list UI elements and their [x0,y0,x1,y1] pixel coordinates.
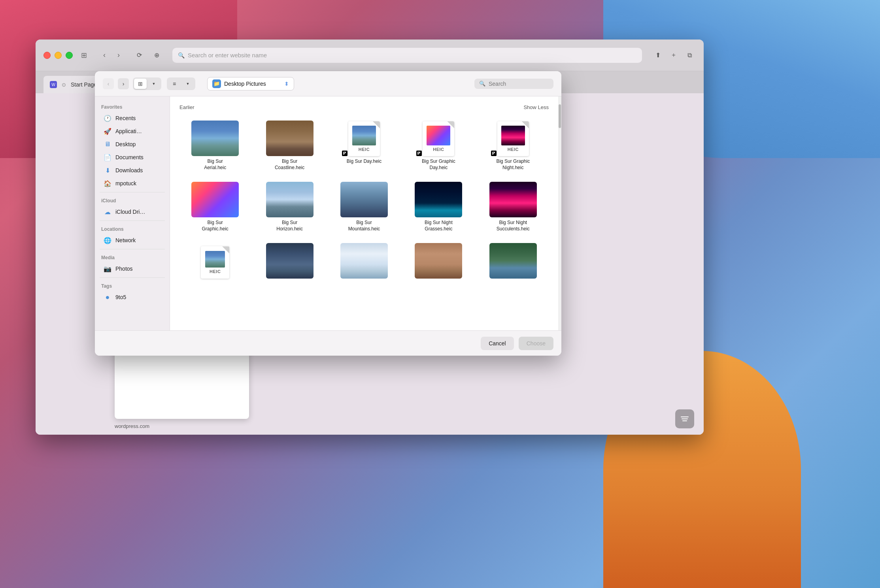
file-item-big-sur-mountains[interactable]: Big SurMountains.heic [329,178,400,236]
file-item-canyon[interactable] [403,239,474,285]
active-tab[interactable]: W ⊙ Start Page [43,76,103,93]
back-button[interactable]: ‹ [98,49,111,62]
file-item-heic-1[interactable]: HEIC [179,239,251,285]
favorites-label: Favorites [95,101,170,111]
view-buttons: ⊞ ▼ [133,77,161,90]
sidebar-divider-2 [100,220,165,221]
filter-button[interactable] [675,409,694,428]
address-search-icon: 🔍 [178,52,185,58]
icon-view-dropdown[interactable]: ▼ [147,79,160,89]
tabs-overview-button[interactable]: ⧉ [683,49,696,62]
file-name-graphic: Big SurGraphic.heic [202,220,228,232]
heic-preview-1 [205,251,225,268]
network-icon: 🌐 [104,236,111,244]
browser-toolbar-right: ⬆ ＋ ⧉ [652,49,696,62]
sidebar-item-network[interactable]: 🌐 Network [97,234,167,247]
file-item-big-sur-coastline[interactable]: Big SurCoastline.heic [254,117,325,175]
alias-badge-day [342,151,347,156]
file-item-mountains2[interactable] [254,239,325,285]
mpotuck-label: mpotuck [115,180,136,187]
sidebar-item-photos[interactable]: 📷 Photos [97,262,167,275]
file-name-coastline: Big SurCoastline.heic [275,158,304,171]
traffic-lights [43,52,73,59]
dialog-main-content: Earlier Show Less Big SurAerial.heic Big… [170,96,558,330]
minimize-button[interactable] [55,52,62,59]
choose-button[interactable]: Choose [519,337,553,350]
file-thumb-horizon [266,182,313,217]
dialog-forward-button[interactable]: › [118,78,129,89]
sidebar-item-recents[interactable]: 🕐 Recents [97,112,167,124]
files-grid: Big SurAerial.heic Big SurCoastline.heic… [179,117,549,285]
tab-label: Start Page [71,81,97,88]
maximize-button[interactable] [66,52,73,59]
heic-label-graphic-night: HEIC [508,147,519,152]
file-thumb-coastline [266,121,313,156]
forward-button[interactable]: › [112,49,125,62]
scroll-track[interactable] [558,96,561,330]
sidebar-item-documents[interactable]: 📄 Documents [97,151,167,164]
file-item-big-sur-graphic[interactable]: Big SurGraphic.heic [179,178,251,236]
reload-button[interactable]: ⟳ [133,49,145,62]
tag-9to5-label: 9to5 [115,294,126,300]
dialog-back-button[interactable]: ‹ [103,78,114,89]
filter-line-1 [681,416,689,417]
heic-paper-graphic-night: HEIC [497,121,529,156]
file-item-big-sur-aerial[interactable]: Big SurAerial.heic [179,117,251,175]
cancel-button[interactable]: Cancel [481,337,514,350]
file-thumb-canyon [415,243,462,279]
sidebar-divider-1 [100,192,165,192]
location-selector[interactable]: 📁 Desktop Pictures ⬍ [207,77,294,90]
heic-label-1: HEIC [210,269,221,274]
file-item-big-sur-graphic-day[interactable]: HEIC Big Sur GraphicDay.heic [403,117,474,175]
folder-glyph: 📁 [213,81,220,87]
file-item-big-sur-graphic-night[interactable]: HEIC Big Sur GraphicNight.heic [478,117,549,175]
close-button[interactable] [43,52,51,59]
wordpress-icon: W [51,83,55,87]
sidebar-item-icloud-drive[interactable]: ☁ iCloud Dri… [97,205,167,218]
downloads-icon: ⬇ [104,166,111,174]
address-text: Search or enter website name [188,52,267,58]
file-item-big-sur-horizon[interactable]: Big SurHorizon.heic [254,178,325,236]
sidebar-item-mpotuck[interactable]: 🏠 mpotuck [97,177,167,190]
tab-history-icon: ⊙ [62,82,66,88]
list-view-dropdown[interactable]: ▼ [181,79,194,89]
alias-badge-graphic-night [491,151,497,156]
webpage-url: wordpress.com [115,423,149,429]
list-view-button[interactable]: ≡ [168,79,181,89]
heic-icon-1: HEIC [191,243,239,279]
address-bar[interactable]: 🔍 Search or enter website name [172,48,642,63]
scroll-track-bg [558,96,561,330]
show-less-button[interactable]: Show Less [523,104,549,110]
file-thumb-aerial [191,121,239,156]
icloud-icon: ☁ [104,208,111,216]
share-button[interactable]: ⬆ [652,49,664,62]
file-item-forest-lake[interactable] [478,239,549,285]
list-view-icon: ≡ [173,81,176,87]
sidebar-item-applications[interactable]: 🚀 Applicati… [97,125,167,138]
scroll-thumb[interactable] [559,104,561,128]
recents-icon: 🕐 [104,114,111,122]
shield-icon[interactable]: ⊕ [150,49,163,62]
sidebar-item-desktop[interactable]: 🖥 Desktop [97,138,167,151]
sidebar-item-downloads[interactable]: ⬇ Downloads [97,164,167,177]
dialog-search-box[interactable]: 🔍 [474,79,553,89]
photos-label: Photos [115,266,133,272]
file-thumb-night-succulents [489,182,537,217]
heic-paper-graphic-day: HEIC [423,121,454,156]
filter-line-2 [682,418,688,419]
search-input[interactable] [489,81,544,87]
heic-paper-1: HEIC [201,246,229,279]
location-label: Desktop Pictures [224,81,281,87]
file-item-night-succulents[interactable]: Big Sur NightSucculents.heic [478,178,549,236]
list-view-buttons: ≡ ▼ [167,77,195,90]
file-item-big-sur-day[interactable]: HEIC Big Sur Day.heic [329,117,400,175]
file-item-snow-rocks[interactable] [329,239,400,285]
file-item-night-grasses[interactable]: Big Sur NightGrasses.heic [403,178,474,236]
add-tab-button[interactable]: ＋ [667,49,680,62]
sidebar-item-9to5[interactable]: ● 9to5 [97,291,167,303]
file-name-horizon: Big SurHorizon.heic [276,220,303,232]
network-label: Network [115,237,136,243]
icon-view-button[interactable]: ⊞ [134,79,147,89]
sidebar-toggle-button[interactable]: ⊞ [77,49,90,62]
file-open-dialog: ‹ › ⊞ ▼ ≡ ▼ 📁 Desktop Pictures ⬍ [95,71,561,356]
